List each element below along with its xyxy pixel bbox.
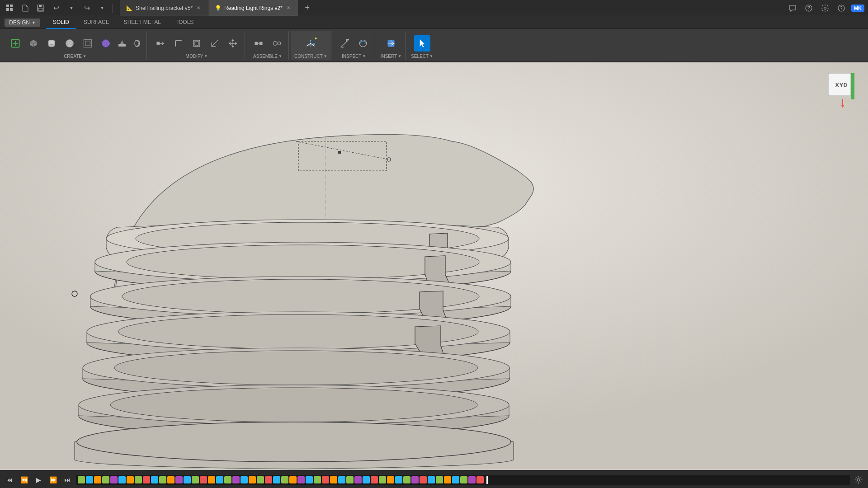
tl-item-41[interactable] (403, 476, 410, 483)
box-icon[interactable] (25, 35, 42, 52)
frame-icon[interactable] (80, 35, 96, 52)
tl-item-32[interactable] (330, 476, 337, 483)
tl-item-4[interactable] (102, 476, 109, 483)
select-label[interactable]: SELECT ▼ (411, 54, 433, 60)
tl-item-49[interactable] (468, 476, 476, 483)
tl-item-18[interactable] (216, 476, 223, 483)
tl-item-39[interactable] (387, 476, 394, 483)
tl-item-48[interactable] (460, 476, 467, 483)
timeline-play-btn[interactable]: ▶ (33, 474, 44, 486)
insert-label[interactable]: INSERT ▼ (381, 54, 401, 60)
chat-icon[interactable] (786, 2, 799, 14)
tl-item-17[interactable] (208, 476, 215, 483)
tl-item-44[interactable] (428, 476, 435, 483)
tl-item-11[interactable] (159, 476, 166, 483)
assemble-label[interactable]: ASSEMBLE ▼ (253, 54, 282, 60)
new-sketch-icon[interactable] (7, 35, 24, 52)
revolve-icon[interactable] (130, 37, 143, 50)
question-icon[interactable]: ? (835, 2, 848, 14)
timeline-next-btn[interactable]: ⏩ (47, 474, 59, 486)
inspect-label[interactable]: INSPECT ▼ (342, 54, 366, 60)
tab-close-1[interactable]: ✕ (195, 5, 202, 11)
orientation-cube[interactable]: XY0 (825, 70, 861, 106)
tab-tools[interactable]: TOOLS (168, 17, 201, 29)
rigid-group-icon[interactable] (269, 35, 285, 52)
tl-item-36[interactable] (363, 476, 370, 483)
timeline-start-btn[interactable]: ⏮ (4, 474, 15, 486)
scale-icon[interactable] (207, 35, 223, 52)
tl-item-42[interactable] (411, 476, 419, 483)
tl-item-14[interactable] (184, 476, 191, 483)
tl-item-38[interactable] (379, 476, 386, 483)
tl-item-13[interactable] (175, 476, 183, 483)
tab-solid[interactable]: SOLID (46, 17, 76, 29)
tl-item-9[interactable] (143, 476, 150, 483)
analysis-icon[interactable] (355, 35, 371, 52)
tl-item-15[interactable] (192, 476, 199, 483)
redo-dropdown-icon[interactable]: ▼ (96, 2, 108, 14)
tl-item-29[interactable] (306, 476, 313, 483)
save-icon[interactable] (34, 2, 47, 14)
fillet-icon[interactable] (170, 35, 187, 52)
redo-icon[interactable]: ↪ (80, 2, 93, 14)
push-pull-icon[interactable] (152, 35, 169, 52)
tl-item-5[interactable] (110, 476, 118, 483)
joint-icon[interactable] (250, 35, 267, 52)
file-icon[interactable] (19, 2, 32, 14)
tl-item-46[interactable] (444, 476, 451, 483)
tl-item-27[interactable] (289, 476, 297, 483)
construct-label[interactable]: CONSTRUCT ▼ (294, 54, 327, 60)
tl-item-12[interactable] (167, 476, 175, 483)
tab-shelf-railing[interactable]: 📐 Shelf railing bracket v5* ✕ (120, 0, 208, 16)
tab-sheet-metal[interactable]: SHEET METAL (117, 17, 168, 29)
shell-icon[interactable] (189, 35, 205, 52)
tl-item-43[interactable] (420, 476, 427, 483)
measure-icon[interactable] (337, 35, 353, 52)
tl-item-34[interactable] (346, 476, 354, 483)
tl-item-24[interactable] (265, 476, 272, 483)
tl-item-16[interactable] (200, 476, 207, 483)
undo-dropdown-icon[interactable]: ▼ (65, 2, 78, 14)
tl-item-25[interactable] (273, 476, 280, 483)
tl-item-23[interactable] (257, 476, 264, 483)
tl-item-1[interactable] (78, 476, 85, 483)
help-circle-icon[interactable] (802, 2, 815, 14)
insert-mesh-icon[interactable] (383, 35, 399, 52)
tl-item-37[interactable] (371, 476, 378, 483)
tl-item-8[interactable] (135, 476, 142, 483)
sphere-icon[interactable] (61, 35, 78, 52)
timeline-end-btn[interactable]: ⏭ (61, 474, 73, 486)
tl-item-3[interactable] (94, 476, 101, 483)
construct-plane-icon[interactable]: ✦ (302, 35, 319, 52)
move-icon[interactable] (225, 35, 241, 52)
extrude-icon[interactable] (116, 37, 128, 50)
tab-surface[interactable]: SURFACE (76, 17, 117, 29)
tl-item-50[interactable] (476, 476, 484, 483)
viewport[interactable]: XY0 (0, 62, 868, 470)
tl-item-47[interactable] (452, 476, 459, 483)
tl-item-2[interactable] (86, 476, 93, 483)
timeline-prev-btn[interactable]: ⏪ (18, 474, 30, 486)
tl-item-6[interactable] (118, 476, 126, 483)
tab-close-2[interactable]: ✕ (285, 5, 292, 11)
tl-item-35[interactable] (354, 476, 362, 483)
tab-reading-light[interactable]: 💡 Reading Light Rings v2* ✕ (208, 0, 298, 16)
tl-item-26[interactable] (281, 476, 288, 483)
cylinder-icon[interactable] (43, 35, 60, 52)
tl-item-20[interactable] (232, 476, 240, 483)
create-label[interactable]: CREATE ▼ (64, 54, 86, 60)
tl-item-33[interactable] (338, 476, 345, 483)
tl-item-30[interactable] (314, 476, 321, 483)
tl-item-22[interactable] (249, 476, 256, 483)
modify-label[interactable]: MODIFY ▼ (186, 54, 208, 60)
select-icon[interactable] (414, 35, 430, 52)
globe-icon[interactable] (98, 35, 114, 52)
tl-item-45[interactable] (436, 476, 443, 483)
design-dropdown[interactable]: DESIGN ▼ (5, 19, 40, 27)
tl-item-7[interactable] (127, 476, 134, 483)
tl-item-40[interactable] (395, 476, 402, 483)
new-tab-icon[interactable]: + (301, 2, 314, 14)
app-grid-icon[interactable] (4, 2, 16, 14)
tl-item-31[interactable] (322, 476, 329, 483)
undo-icon[interactable]: ↩ (50, 2, 62, 14)
